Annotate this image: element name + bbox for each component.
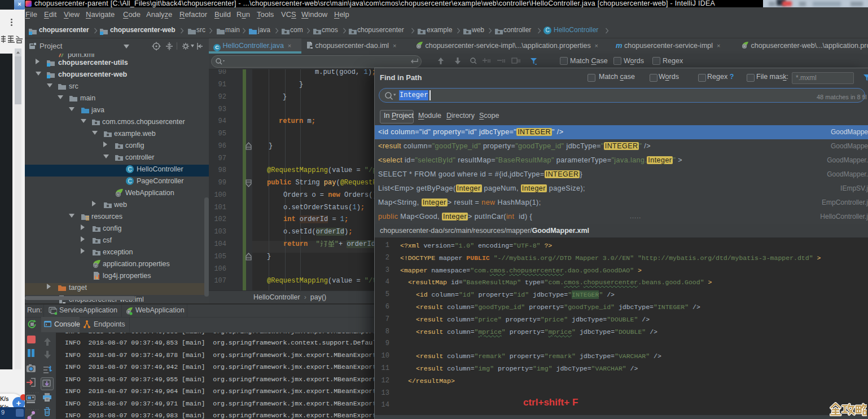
svg-text:C: C xyxy=(128,178,131,184)
svg-text:C: C xyxy=(128,166,131,173)
